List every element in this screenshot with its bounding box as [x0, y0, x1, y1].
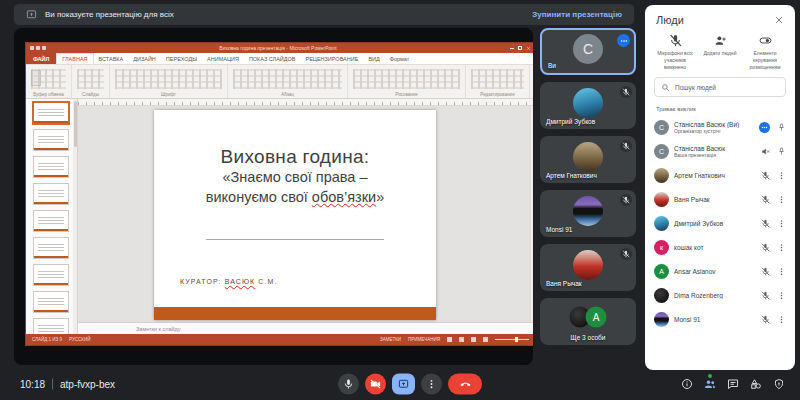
ppt-minimize-button[interactable] — [510, 48, 514, 49]
ppt-tab-переходы[interactable]: ПЕРЕХОДЫ — [161, 53, 202, 64]
more-menu-icon[interactable] — [777, 219, 786, 228]
ppt-ribbon-group[interactable]: Шрифт — [110, 65, 228, 98]
mic-off-icon[interactable] — [761, 243, 770, 252]
ppt-tab-формат[interactable]: Формат — [385, 53, 415, 64]
ppt-view-reading-icon[interactable] — [471, 337, 476, 342]
more-menu-icon[interactable] — [777, 291, 786, 300]
ppt-language[interactable]: РУССКИЙ — [69, 337, 90, 342]
participant-tile-ви[interactable]: CВи — [540, 28, 636, 75]
ppt-quick-access-icon[interactable] — [36, 46, 40, 50]
slide-thumbnail-4[interactable] — [33, 183, 69, 205]
blue-dots-icon[interactable] — [759, 122, 770, 133]
ppt-slide-position: СЛАЙД 1 ИЗ 9 — [32, 337, 62, 342]
meeting-details-button[interactable] — [681, 378, 693, 390]
chat-button[interactable] — [727, 378, 739, 390]
pin-icon[interactable] — [777, 123, 786, 132]
ribbon-icons — [115, 69, 222, 89]
ppt-ribbon[interactable]: Буфер обменаСлайдыШрифтАбзацРисованиеРед… — [26, 65, 533, 99]
slide-thumbnail-6[interactable] — [33, 237, 69, 259]
ppt-tab-рецензирование[interactable]: РЕЦЕНЗИРОВАНИЕ — [300, 53, 363, 64]
ppt-ribbon-group[interactable]: Абзац — [228, 65, 348, 98]
ppt-current-slide[interactable]: Виховна година: «Знаємо свої права – вик… — [154, 110, 436, 320]
slide-thumbnail-5[interactable] — [33, 210, 69, 232]
tile-menu-button[interactable] — [617, 34, 630, 47]
ppt-close-button[interactable] — [526, 46, 531, 51]
participant-tile-дмитрий-зубков[interactable]: Дмитрий Зубков — [540, 82, 636, 129]
more-menu-icon[interactable] — [777, 171, 786, 180]
ppt-thumbnails-scrollbar[interactable] — [73, 99, 77, 334]
ppt-tab-анимация[interactable]: АНИМАЦИЯ — [202, 53, 244, 64]
ppt-ribbon-group[interactable]: Слайды — [72, 65, 110, 98]
panel-action-mic-off[interactable]: Мікрофони всіх учасників вимкнено — [653, 34, 697, 70]
camera-off-button[interactable] — [365, 374, 386, 395]
ppt-ribbon-group[interactable]: Буфер обмена — [26, 65, 72, 98]
more-menu-icon[interactable] — [777, 195, 786, 204]
ppt-quick-access-icon[interactable] — [30, 46, 34, 50]
mic-button[interactable] — [338, 374, 359, 395]
ppt-ribbon-group[interactable]: Редактирование — [466, 65, 530, 98]
ppt-ribbon-group[interactable]: Рисование — [348, 65, 466, 98]
mic-off-icon[interactable] — [761, 195, 770, 204]
more-menu-icon[interactable] — [777, 243, 786, 252]
panel-action-person-add[interactable]: Додати людей — [698, 34, 742, 70]
activities-button[interactable] — [750, 378, 762, 390]
participant-row[interactable]: CСтаніслав ВасюкВаша презентація — [645, 139, 795, 163]
more-options-button[interactable] — [421, 374, 442, 395]
participant-row[interactable]: CСтаніслав Васюк (Ви)Організатор зустріч… — [645, 115, 795, 139]
ppt-view-normal-icon[interactable] — [447, 337, 452, 342]
participant-row[interactable]: Дмитрий Зубков — [645, 211, 795, 235]
mic-off-badge — [620, 248, 632, 260]
more-menu-icon[interactable] — [777, 267, 786, 276]
participant-row[interactable]: Monsi 91 — [645, 307, 795, 331]
people-button[interactable] — [704, 378, 716, 390]
ppt-tab-дизайн[interactable]: ДИЗАЙН — [128, 53, 161, 64]
present-button[interactable] — [392, 374, 415, 395]
participant-row[interactable]: AAnsar Aslanov — [645, 259, 795, 283]
ppt-quick-access-icon[interactable] — [42, 46, 46, 50]
ppt-notes-toggle[interactable]: ЗАМЕТКИ — [380, 337, 401, 342]
mic-off-icon[interactable] — [761, 291, 770, 300]
ppt-maximize-button[interactable] — [518, 46, 522, 50]
participant-tile-артем-гнаткович[interactable]: Артем Гнаткович — [540, 136, 636, 183]
ppt-notes-pane[interactable]: Заметки к слайду — [78, 322, 533, 334]
slide-thumbnail-8[interactable] — [33, 291, 69, 313]
ppt-view-sorter-icon[interactable] — [459, 337, 464, 342]
slide-thumbnail-2[interactable] — [33, 129, 69, 151]
slide-thumbnail-1[interactable] — [33, 102, 69, 124]
ppt-view-slideshow-icon[interactable] — [483, 337, 488, 342]
close-icon[interactable] — [774, 15, 784, 25]
ppt-tab-показ-слайдов[interactable]: ПОКАЗ СЛАЙДОВ — [244, 53, 301, 64]
stop-presentation-button[interactable]: Зупинити презентацію — [532, 10, 622, 19]
ppt-tab-вид[interactable]: ВИД — [363, 53, 384, 64]
ppt-tab-главная[interactable]: ГЛАВНАЯ — [56, 53, 93, 64]
slide-thumbnail-3[interactable] — [33, 156, 69, 178]
vol-off-icon[interactable] — [761, 147, 770, 156]
ppt-workspace-scrollbar[interactable] — [530, 106, 533, 322]
ppt-comments-toggle[interactable]: ПРИМЕЧАНИЯ — [408, 337, 440, 342]
mic-off-icon[interactable] — [761, 171, 770, 180]
mic-off-icon[interactable] — [761, 267, 770, 276]
participant-row[interactable]: Dima Rozenberg — [645, 283, 795, 307]
pin-icon[interactable] — [777, 147, 786, 156]
participant-row[interactable]: Ваня Рычак — [645, 187, 795, 211]
slide-thumbnail-7[interactable] — [33, 264, 69, 286]
mic-off-icon[interactable] — [761, 315, 770, 324]
present-icon — [398, 379, 409, 390]
participant-row[interactable]: Артем Гнаткович — [645, 163, 795, 187]
participant-row[interactable]: ккошак кот — [645, 235, 795, 259]
menu-icon — [777, 291, 786, 300]
panel-action-toggle[interactable]: Елементи керування розміщенням — [743, 34, 787, 70]
search-input[interactable]: Пошук людей — [654, 77, 786, 97]
participant-tile-ваня-рычак[interactable]: Ваня Рычак — [540, 244, 636, 291]
slide-thumbnail-9[interactable] — [33, 318, 69, 334]
ppt-zoom-slider[interactable] — [495, 339, 529, 340]
host-controls-button[interactable] — [773, 378, 785, 390]
end-call-button[interactable] — [448, 374, 482, 395]
participant-tile-ще-3-особи[interactable]: AЩе 3 особи — [540, 298, 636, 345]
ppt-tab-вставка[interactable]: ВСТАВКА — [94, 53, 129, 64]
ppt-tab-файл[interactable]: ФАЙЛ — [26, 53, 56, 64]
participant-tile-monsi-91[interactable]: Monsi 91 — [540, 190, 636, 237]
more-menu-icon[interactable] — [777, 315, 786, 324]
mic-off-icon[interactable] — [761, 219, 770, 228]
ppt-title-bar[interactable]: Виховна година презентація - Microsoft P… — [26, 43, 533, 53]
